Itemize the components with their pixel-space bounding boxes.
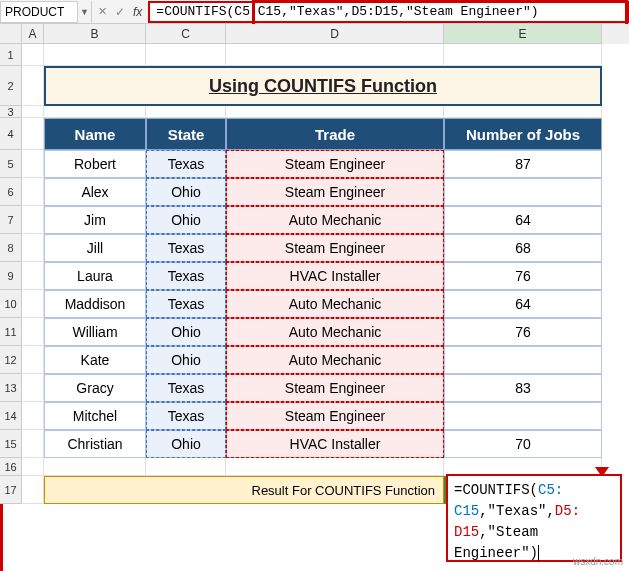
cell-jobs[interactable] — [444, 402, 602, 430]
name-box[interactable]: PRODUCT — [0, 1, 78, 23]
cell-name[interactable]: Jill — [44, 234, 146, 262]
cell-trade[interactable]: Steam Engineer — [226, 150, 444, 178]
cell-trade[interactable]: Steam Engineer — [226, 234, 444, 262]
cell[interactable] — [44, 44, 146, 66]
cell[interactable] — [22, 402, 44, 430]
col-header-B[interactable]: B — [44, 24, 146, 44]
cell-state[interactable]: Texas — [146, 234, 226, 262]
cell[interactable] — [22, 458, 44, 476]
col-header-C[interactable]: C — [146, 24, 226, 44]
cell-state[interactable]: Texas — [146, 290, 226, 318]
header-name[interactable]: Name — [44, 118, 146, 150]
cell[interactable] — [22, 290, 44, 318]
header-state[interactable]: State — [146, 118, 226, 150]
cell[interactable] — [22, 476, 44, 504]
cell-jobs[interactable]: 70 — [444, 430, 602, 458]
cell[interactable] — [22, 346, 44, 374]
cell-name[interactable]: Gracy — [44, 374, 146, 402]
row-header-1[interactable]: 1 — [0, 44, 22, 66]
cell[interactable] — [22, 44, 44, 66]
cancel-icon[interactable]: ✕ — [98, 5, 107, 18]
cell[interactable] — [22, 106, 44, 118]
cell-state[interactable]: Ohio — [146, 318, 226, 346]
cell-state[interactable]: Ohio — [146, 346, 226, 374]
row-header-12[interactable]: 12 — [0, 346, 22, 374]
enter-icon[interactable]: ✓ — [115, 5, 125, 19]
row-header-10[interactable]: 10 — [0, 290, 22, 318]
cell-trade[interactable]: Auto Mechanic — [226, 318, 444, 346]
cell-jobs[interactable]: 64 — [444, 290, 602, 318]
cell[interactable] — [22, 66, 44, 106]
row-header-16[interactable]: 16 — [0, 458, 22, 476]
cell[interactable] — [146, 44, 226, 66]
cell-trade[interactable]: Steam Engineer — [226, 178, 444, 206]
row-header-7[interactable]: 7 — [0, 206, 22, 234]
cell-trade[interactable]: Steam Engineer — [226, 374, 444, 402]
row-header-3[interactable]: 3 — [0, 106, 22, 118]
row-header-14[interactable]: 14 — [0, 402, 22, 430]
row-header-15[interactable]: 15 — [0, 430, 22, 458]
cell[interactable] — [226, 106, 444, 118]
cell[interactable] — [22, 150, 44, 178]
cell-trade[interactable]: Auto Mechanic — [226, 206, 444, 234]
cell-name[interactable]: Laura — [44, 262, 146, 290]
header-trade[interactable]: Trade — [226, 118, 444, 150]
cell[interactable] — [22, 262, 44, 290]
cell-name[interactable]: Kate — [44, 346, 146, 374]
cell-name[interactable]: Christian — [44, 430, 146, 458]
cell[interactable] — [22, 374, 44, 402]
cell-state[interactable]: Texas — [146, 402, 226, 430]
cell-name[interactable]: Maddison — [44, 290, 146, 318]
cell-jobs[interactable]: 76 — [444, 318, 602, 346]
result-label[interactable]: Result For COUNTIFS Function — [44, 476, 444, 504]
cell-state[interactable]: Ohio — [146, 178, 226, 206]
cell-jobs[interactable]: 68 — [444, 234, 602, 262]
cell-jobs[interactable] — [444, 346, 602, 374]
cell[interactable] — [146, 106, 226, 118]
formula-bar[interactable]: =COUNTIFS(C5:C15,"Texas",D5:D15,"Steam E… — [148, 1, 629, 23]
cell-jobs[interactable]: 83 — [444, 374, 602, 402]
cell-state[interactable]: Texas — [146, 150, 226, 178]
cell-name[interactable]: Alex — [44, 178, 146, 206]
row-header-13[interactable]: 13 — [0, 374, 22, 402]
cell[interactable] — [226, 44, 444, 66]
row-header-5[interactable]: 5 — [0, 150, 22, 178]
cell[interactable] — [22, 178, 44, 206]
cell-jobs[interactable]: 64 — [444, 206, 602, 234]
cell-jobs[interactable]: 76 — [444, 262, 602, 290]
row-header-2[interactable]: 2 — [0, 66, 22, 106]
cell[interactable] — [22, 118, 44, 150]
cell[interactable] — [22, 318, 44, 346]
cell-jobs[interactable] — [444, 178, 602, 206]
row-header-6[interactable]: 6 — [0, 178, 22, 206]
cell[interactable] — [146, 458, 226, 476]
header-jobs[interactable]: Number of Jobs — [444, 118, 602, 150]
cell[interactable] — [44, 106, 146, 118]
cell-state[interactable]: Ohio — [146, 430, 226, 458]
cell-trade[interactable]: HVAC Installer — [226, 430, 444, 458]
col-header-E[interactable]: E — [444, 24, 602, 44]
cell-trade[interactable]: HVAC Installer — [226, 262, 444, 290]
name-box-dropdown[interactable]: ▼ — [78, 1, 92, 23]
select-all-corner[interactable] — [0, 24, 22, 44]
title-cell[interactable]: Using COUNTIFS Function — [44, 66, 602, 106]
cell-trade[interactable]: Auto Mechanic — [226, 346, 444, 374]
row-header-8[interactable]: 8 — [0, 234, 22, 262]
cell[interactable] — [444, 44, 602, 66]
cell-state[interactable]: Texas — [146, 374, 226, 402]
cell[interactable] — [444, 106, 602, 118]
row-header-11[interactable]: 11 — [0, 318, 22, 346]
cell-name[interactable]: Robert — [44, 150, 146, 178]
row-header-9[interactable]: 9 — [0, 262, 22, 290]
cell[interactable] — [22, 430, 44, 458]
row-header-4[interactable]: 4 — [0, 118, 22, 150]
cell[interactable] — [22, 234, 44, 262]
row-header-17[interactable]: 17 — [0, 476, 22, 504]
cell-name[interactable]: William — [44, 318, 146, 346]
fx-icon[interactable]: fx — [133, 5, 142, 19]
cell-trade[interactable]: Auto Mechanic — [226, 290, 444, 318]
cell-state[interactable]: Texas — [146, 262, 226, 290]
cell[interactable] — [226, 458, 444, 476]
cell-jobs[interactable]: 87 — [444, 150, 602, 178]
cell-name[interactable]: Mitchel — [44, 402, 146, 430]
